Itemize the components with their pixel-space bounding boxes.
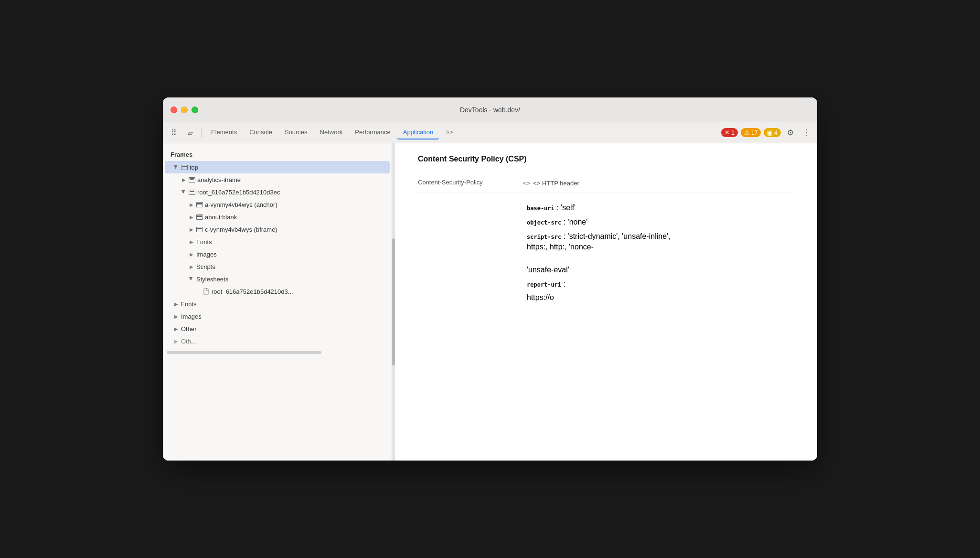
minimize-button[interactable]: [181, 107, 188, 113]
sidebar-item-a-vynmy[interactable]: ▶ a-vynmy4vb4wys (anchor): [165, 198, 390, 211]
sidebar-item-scripts-inner[interactable]: ▶ Scripts: [165, 260, 390, 273]
window-title: DevTools - web.dev/: [460, 106, 520, 114]
settings-button[interactable]: ⚙: [784, 126, 797, 140]
csp-object-src-row: object-src : 'none': [418, 215, 794, 229]
sidebar-item-root-frame[interactable]: ▶ root_616a752e1b5d4210d3ec: [165, 186, 390, 198]
sidebar-item-images-outer[interactable]: ▶ Images: [165, 310, 390, 322]
folder-icon: [196, 202, 203, 207]
csp-base-uri-prop: base-uri: [527, 205, 554, 212]
info-icon: ▣: [767, 129, 773, 136]
traffic-lights: [170, 107, 198, 113]
sidebar-item-analytics-iframe[interactable]: ▶ analytics-iframe: [165, 173, 390, 186]
devtools-window: DevTools - web.dev/ ⠿ ▱ Elements Console…: [163, 97, 817, 461]
csp-unsafe-eval-row: 'unsafe-eval': [418, 254, 794, 277]
sidebar-item-c-vynmy[interactable]: ▶ c-vynmy4vb4wys (bframe): [165, 223, 390, 236]
sidebar-item-fonts-inner[interactable]: ▶ Fonts: [165, 236, 390, 248]
sidebar-item-root-file[interactable]: root_616a752e1b5d4210d3...: [165, 285, 390, 298]
tree-label: top: [190, 164, 198, 171]
csp-script-src-continuation: https:, http:, 'nonce-: [527, 243, 671, 251]
tree-label: Other: [181, 325, 197, 333]
arrow-icon: ▶: [172, 300, 180, 308]
close-button[interactable]: [170, 107, 177, 113]
arrow-icon: ▶: [188, 250, 195, 258]
csp-report-uri-url-row: https://o: [418, 291, 794, 304]
csp-object-src-value: object-src : 'none': [527, 218, 587, 226]
more-tabs-button[interactable]: >>: [440, 126, 458, 140]
sidebar-item-other-outer[interactable]: ▶ Other: [165, 322, 390, 335]
file-icon: [203, 288, 210, 295]
sidebar-item-other2-outer[interactable]: ▶ Oth...: [165, 335, 390, 347]
tree-label: Fonts: [181, 300, 197, 308]
gear-icon: ⚙: [787, 128, 794, 137]
sidebar-item-images-inner[interactable]: ▶ Images: [165, 248, 390, 260]
arrow-icon: ▶: [172, 337, 180, 345]
horizontal-scrollbar-thumb[interactable]: [167, 351, 321, 354]
sidebar-item-top[interactable]: ▶ top: [165, 161, 390, 173]
csp-script-src-value: script-src : 'strict-dynamic', 'unsafe-i…: [527, 232, 671, 251]
tab-sources[interactable]: Sources: [279, 126, 313, 140]
more-options-button[interactable]: ⋮: [800, 126, 813, 140]
tree-label: Images: [196, 251, 217, 258]
arrow-icon: ▶: [188, 201, 195, 208]
info-count: 4: [774, 129, 778, 136]
tree-label: about:blank: [205, 214, 237, 221]
more-icon: ⋮: [803, 128, 810, 137]
sidebar: Frames ▶ top ▶ analytics-iframe ▶ root_6…: [163, 143, 392, 461]
folder-icon: [189, 190, 195, 195]
csp-base-uri-content: : 'self': [556, 204, 575, 212]
csp-key: Content-Security-Policy: [418, 179, 523, 186]
tree-label: Scripts: [196, 263, 215, 270]
toolbar-tabs: Elements Console Sources Network Perform…: [205, 126, 719, 140]
arrow-icon: ▶: [188, 263, 195, 270]
tree-label: Fonts: [196, 238, 212, 246]
toolbar: ⠿ ▱ Elements Console Sources Network Per…: [163, 122, 817, 143]
tab-network[interactable]: Network: [314, 126, 349, 140]
tree-label: root_616a752e1b5d4210d3...: [212, 288, 293, 295]
csp-script-src-prop: script-src: [527, 234, 561, 240]
device-toggle-button[interactable]: ▱: [183, 126, 197, 140]
csp-report-uri-value: report-uri :: [527, 280, 565, 289]
csp-unsafe-eval-value: 'unsafe-eval': [527, 266, 569, 274]
arrow-icon: ▶: [172, 312, 180, 320]
folder-icon: [196, 227, 203, 232]
csp-value-header: <> <> HTTP header: [523, 179, 794, 189]
tab-application[interactable]: Application: [397, 126, 439, 140]
arrow-icon: ▶: [180, 188, 188, 196]
sidebar-scrollbar-thumb[interactable]: [392, 238, 395, 365]
arrow-icon: ▶: [180, 176, 188, 183]
csp-base-uri-row: base-uri : 'self': [418, 201, 794, 215]
csp-report-uri-prop: report-uri: [527, 281, 561, 288]
error-badge[interactable]: ✕ 1: [721, 128, 738, 137]
maximize-button[interactable]: [192, 107, 198, 113]
csp-report-uri-url-value: https://o: [527, 293, 554, 302]
csp-report-uri-colon: :: [564, 280, 565, 288]
csp-base-uri-section: base-uri : 'self' object-src : 'none': [418, 193, 794, 304]
toolbar-right: ✕ 1 ⚠ 17 ▣ 4 ⚙ ⋮: [721, 126, 813, 140]
folder-icon: [181, 165, 188, 170]
http-header-value: <> <> HTTP header: [523, 179, 794, 189]
tab-performance[interactable]: Performance: [349, 126, 396, 140]
tree-label: Oth...: [181, 338, 196, 345]
info-badge[interactable]: ▣ 4: [764, 128, 781, 137]
selector-icon: ⠿: [171, 128, 177, 137]
tree-label: a-vynmy4vb4wys (anchor): [205, 201, 277, 208]
arrow-icon: ▶: [188, 275, 195, 283]
sidebar-item-about-blank[interactable]: ▶ about:blank: [165, 211, 390, 223]
content-panel: Content Security Policy (CSP) Content-Se…: [395, 143, 817, 461]
warning-icon: ⚠: [744, 129, 750, 136]
sidebar-item-fonts-outer[interactable]: ▶ Fonts: [165, 298, 390, 310]
warning-badge[interactable]: ⚠ 17: [741, 128, 761, 137]
tab-console[interactable]: Console: [244, 126, 278, 140]
device-icon: ▱: [188, 129, 193, 137]
tab-elements[interactable]: Elements: [205, 126, 243, 140]
sidebar-item-stylesheets-inner[interactable]: ▶ Stylesheets: [165, 273, 390, 285]
tree-label: c-vynmy4vb4wys (bframe): [205, 226, 277, 233]
main-area: Frames ▶ top ▶ analytics-iframe ▶ root_6…: [163, 143, 817, 461]
csp-object-src-prop: object-src: [527, 219, 561, 226]
csp-object-src-content: : 'none': [564, 218, 588, 226]
titlebar: DevTools - web.dev/: [163, 97, 817, 122]
code-brackets-icon: <>: [523, 179, 530, 189]
tree-label: Images: [181, 313, 202, 320]
warning-count: 17: [751, 129, 757, 136]
selector-icon-button[interactable]: ⠿: [167, 126, 181, 140]
